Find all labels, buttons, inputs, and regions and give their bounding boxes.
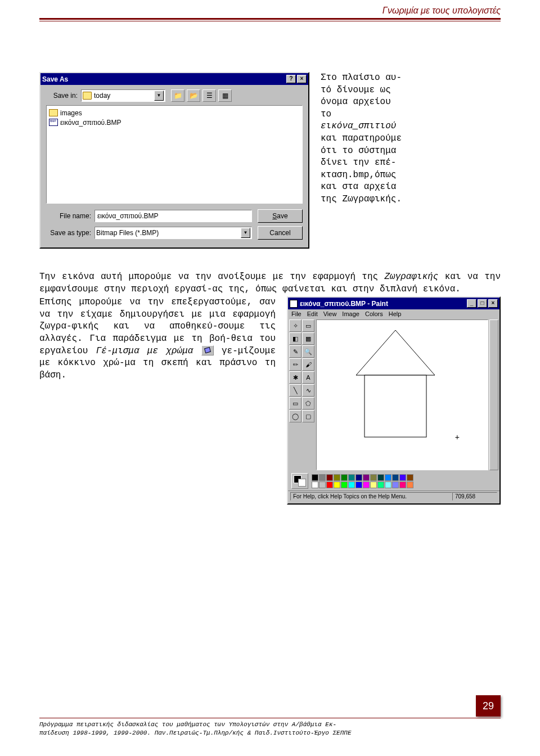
chevron-down-icon[interactable]: ▼ xyxy=(154,91,164,101)
line-tool[interactable]: ╲ xyxy=(289,384,302,397)
menu-help[interactable]: Help xyxy=(389,310,402,317)
picker-tool[interactable]: ✎ xyxy=(289,345,302,358)
saveastype-label: Save as type: xyxy=(46,229,94,237)
details-view-icon[interactable]: ▦ xyxy=(218,89,232,102)
color-swatch[interactable] xyxy=(348,482,355,488)
minimize-button[interactable]: _ xyxy=(467,299,476,308)
color-swatch[interactable] xyxy=(377,482,384,488)
file-item[interactable]: εικόνα_σπιτιού.BMP xyxy=(49,118,300,127)
color-swatch[interactable] xyxy=(392,474,399,481)
folder-icon xyxy=(83,92,92,100)
text-tool[interactable]: A xyxy=(302,371,314,384)
color-swatch[interactable] xyxy=(370,474,377,481)
color-swatch[interactable] xyxy=(363,474,370,481)
paint-titlebar: εικόνα_σπιτιού.BMP - Paint _ □ × xyxy=(288,298,500,309)
paint-statusbar: For Help, click Help Topics on the Help … xyxy=(288,490,500,502)
house-drawing xyxy=(339,325,452,443)
right-paragraph: Στο πλαίσιο αυ- τό δίνουμε ως όνομα αρχε… xyxy=(321,72,501,249)
rectangle-tool[interactable]: ▭ xyxy=(289,397,302,410)
paint-toolbox: ✧ ▭ ◧ ▩ ✎ 🔍 ✏ 🖌 ✱ A ╲ ∿ ▭ ⬠ ◯ ▢ xyxy=(288,318,315,471)
color-swatch[interactable] xyxy=(356,474,362,481)
color-swatch[interactable] xyxy=(334,474,340,481)
color-swatch[interactable] xyxy=(341,474,348,481)
color-swatch[interactable] xyxy=(356,482,362,488)
save-button[interactable]: Save xyxy=(258,209,303,223)
folder-name: images xyxy=(60,109,82,117)
color-swatch[interactable] xyxy=(407,482,413,488)
bmp-icon xyxy=(49,119,58,126)
color-swatch[interactable] xyxy=(319,474,326,481)
paint-app-icon xyxy=(290,300,298,308)
color-swatch[interactable] xyxy=(392,482,399,488)
save-in-value: today xyxy=(94,92,154,100)
footer: Πρόγραμμα πειρατικής διδασκαλίας του μαθ… xyxy=(39,718,501,737)
status-text: For Help, click Help Topics on the Help … xyxy=(290,492,452,501)
polygon-tool[interactable]: ⬠ xyxy=(302,397,314,410)
color-swatch[interactable] xyxy=(319,482,326,488)
status-coords: 709,658 xyxy=(452,492,497,501)
paragraph-2: Επίσης μπορούμε να την επεξεργαστούμε, σ… xyxy=(39,296,276,505)
folder-item[interactable]: images xyxy=(49,108,300,118)
svg-rect-1 xyxy=(364,375,426,437)
airbrush-tool[interactable]: ✱ xyxy=(289,371,302,384)
color-palette xyxy=(312,474,413,488)
paint-canvas[interactable]: + xyxy=(316,320,488,470)
menu-image[interactable]: Image xyxy=(342,310,359,317)
filename-input[interactable]: εικόνα_σπιτιού.BMP xyxy=(94,210,252,222)
up-folder-icon[interactable]: 📁 xyxy=(171,89,184,102)
brush-tool[interactable]: 🖌 xyxy=(302,358,314,371)
maximize-button[interactable]: □ xyxy=(478,299,487,308)
select-tool[interactable]: ▭ xyxy=(302,320,314,332)
header-rule xyxy=(39,21,501,21)
vertical-scrollbar[interactable] xyxy=(489,320,498,470)
file-name: εικόνα_σπιτιού.BMP xyxy=(60,119,122,127)
color-swatch[interactable] xyxy=(370,482,377,488)
color-swatch[interactable] xyxy=(377,474,384,481)
freeform-select-tool[interactable]: ✧ xyxy=(289,320,302,332)
help-button[interactable]: ? xyxy=(286,75,296,83)
color-swatch[interactable] xyxy=(407,474,413,481)
save-in-label: Save in: xyxy=(46,92,81,100)
paint-title: εικόνα_σπιτιού.BMP - Paint xyxy=(300,300,467,308)
paint-palette xyxy=(288,471,500,490)
fill-bucket-icon xyxy=(201,345,214,356)
color-swatch[interactable] xyxy=(334,482,340,488)
color-swatch[interactable] xyxy=(312,482,318,488)
color-swatch[interactable] xyxy=(385,482,392,488)
color-swatch[interactable] xyxy=(312,474,318,481)
ellipse-tool[interactable]: ◯ xyxy=(289,410,302,422)
folder-icon xyxy=(49,109,58,116)
pencil-tool[interactable]: ✏ xyxy=(289,358,302,371)
magnifier-tool[interactable]: 🔍 xyxy=(302,345,314,358)
chevron-down-icon[interactable]: ▼ xyxy=(241,228,250,238)
color-swatch[interactable] xyxy=(326,474,333,481)
dialog-titlebar: Save As ? × xyxy=(40,73,308,85)
color-swatch[interactable] xyxy=(399,474,406,481)
color-swatch[interactable] xyxy=(341,482,348,488)
paint-window: εικόνα_σπιτιού.BMP - Paint _ □ × File Ed… xyxy=(287,296,501,505)
curve-tool[interactable]: ∿ xyxy=(302,384,314,397)
menu-edit[interactable]: Edit xyxy=(307,310,318,317)
rounded-rect-tool[interactable]: ▢ xyxy=(302,410,314,422)
menu-colors[interactable]: Colors xyxy=(365,310,383,317)
color-swatch[interactable] xyxy=(348,474,355,481)
saveastype-combo[interactable]: Bitmap Files (*.BMP) ▼ xyxy=(94,227,252,239)
menu-file[interactable]: File xyxy=(291,310,302,317)
fg-bg-selector[interactable] xyxy=(291,473,308,489)
paragraph-1: Την εικόνα αυτή μπορούμε να την ανοίξουμ… xyxy=(39,271,501,295)
cancel-button[interactable]: Cancel xyxy=(258,226,303,240)
color-swatch[interactable] xyxy=(326,482,333,488)
new-folder-icon[interactable]: 📂 xyxy=(187,89,200,102)
fill-tool[interactable]: ▩ xyxy=(302,332,314,345)
file-list[interactable]: images εικόνα_σπιτιού.BMP xyxy=(46,105,303,204)
color-swatch[interactable] xyxy=(363,482,370,488)
close-button[interactable]: × xyxy=(488,299,498,308)
list-view-icon[interactable]: ☰ xyxy=(202,89,216,102)
close-button[interactable]: × xyxy=(297,75,307,83)
menu-view[interactable]: View xyxy=(323,310,337,317)
color-swatch[interactable] xyxy=(399,482,406,488)
paint-menubar: File Edit View Image Colors Help xyxy=(288,309,500,318)
save-in-combo[interactable]: today ▼ xyxy=(81,89,165,102)
color-swatch[interactable] xyxy=(385,474,392,481)
eraser-tool[interactable]: ◧ xyxy=(289,332,302,345)
